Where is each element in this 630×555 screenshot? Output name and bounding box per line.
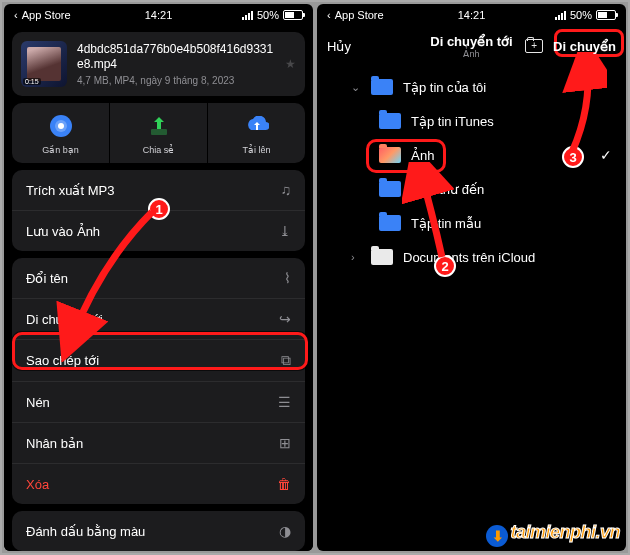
move-to-label: Di chuyển tới — [26, 312, 103, 327]
chevron-left-icon[interactable]: ‹ — [14, 9, 18, 21]
watermark: ⬇taimienphi.vn — [486, 522, 620, 547]
color-tag-icon: ◑ — [279, 523, 291, 539]
svg-rect-3 — [151, 129, 167, 135]
upload-button[interactable]: Tải lên — [208, 103, 305, 163]
chevron-right-icon[interactable]: › — [351, 251, 361, 263]
status-time-r: 14:21 — [423, 9, 519, 21]
highlight-move-to — [12, 332, 308, 370]
callout-3: 3 — [562, 146, 584, 168]
checkmark-icon: ✓ — [600, 147, 612, 163]
left-phone: ‹ App Store 14:21 50% 4dbdc851da776b0e4b… — [4, 4, 313, 551]
compress-item[interactable]: Nén ☰ — [12, 381, 305, 422]
compress-icon: ☰ — [278, 394, 291, 410]
folder-icon — [379, 113, 401, 129]
back-to-appstore[interactable]: App Store — [335, 9, 384, 21]
duplicate-label: Nhân bản — [26, 436, 83, 451]
watermark-text1: taimienphi — [510, 522, 595, 542]
callout-1: 1 — [148, 198, 170, 220]
tree-itunes[interactable]: Tập tin iTunes — [325, 104, 618, 138]
tree-samples[interactable]: Tập tin mẫu — [325, 206, 618, 240]
right-phone: ‹ App Store 14:21 50% Hủy Di chuyển tới … — [317, 4, 626, 551]
tree-label: Tập tin của tôi — [403, 80, 486, 95]
nearby-label: Gần bạn — [42, 145, 79, 155]
tree-my-files[interactable]: ⌄ Tập tin của tôi — [325, 70, 618, 104]
move-button[interactable]: Di chuyển — [553, 39, 616, 54]
duplicate-item[interactable]: Nhân bản ⊞ — [12, 422, 305, 463]
battery-pct: 50% — [257, 9, 279, 21]
upload-icon — [244, 113, 270, 139]
cancel-button[interactable]: Hủy — [327, 39, 351, 54]
signal-icon — [242, 11, 253, 20]
share-row: Gần bạn Chia sẻ Tải lên — [12, 103, 305, 163]
rename-label: Đổi tên — [26, 271, 68, 286]
share-icon — [146, 113, 172, 139]
favorite-star-icon[interactable]: ★ — [285, 57, 296, 71]
extract-mp3-label: Trích xuất MP3 — [26, 183, 114, 198]
tree-label: Tập tin mẫu — [411, 216, 481, 231]
video-thumbnail[interactable] — [21, 41, 67, 87]
tree-icloud[interactable]: › Documents trên iCloud — [325, 240, 618, 274]
tree-inbox[interactable]: Hộp thư đến — [325, 172, 618, 206]
tree-label: Documents trên iCloud — [403, 250, 535, 265]
music-note-icon: ♫ — [281, 182, 292, 198]
highlight-photos-folder — [366, 139, 446, 173]
file-name: 4dbdc851da776b0e4b508f416d9331e8.mp4 — [77, 42, 275, 72]
back-to-appstore[interactable]: App Store — [22, 9, 71, 21]
chevron-down-icon[interactable]: ⌄ — [351, 81, 361, 94]
rename-item[interactable]: Đổi tên ⌇ — [12, 258, 305, 298]
upload-label: Tải lên — [242, 145, 270, 155]
watermark-logo-icon: ⬇ — [486, 525, 508, 547]
drive-icon — [371, 249, 393, 265]
save-image-icon: ⤓ — [279, 223, 291, 239]
delete-item[interactable]: Xóa 🗑 — [12, 463, 305, 504]
tree-label: Tập tin iTunes — [411, 114, 494, 129]
folder-icon — [379, 181, 401, 197]
rename-icon: ⌇ — [284, 270, 291, 286]
tree-label: Hộp thư đến — [411, 182, 484, 197]
trash-icon: 🗑 — [277, 476, 291, 492]
compress-label: Nén — [26, 395, 50, 410]
callout-2: 2 — [434, 255, 456, 277]
menu-group-2: Đổi tên ⌇ Di chuyển tới ↪ Sao chép tới ⧉… — [12, 258, 305, 504]
color-tag-label: Đánh dấu bằng màu — [26, 524, 145, 539]
nearby-icon — [48, 113, 74, 139]
delete-label: Xóa — [26, 477, 49, 492]
folder-icon — [371, 79, 393, 95]
file-meta: 4,7 MB, MP4, ngày 9 tháng 8, 2023 — [77, 75, 275, 86]
duplicate-icon: ⊞ — [279, 435, 291, 451]
chevron-left-icon[interactable]: ‹ — [327, 9, 331, 21]
battery-icon — [596, 10, 616, 20]
watermark-text2: .vn — [595, 522, 620, 542]
color-tag-item[interactable]: Đánh dấu bằng màu ◑ — [12, 511, 305, 551]
nearby-button[interactable]: Gần bạn — [12, 103, 110, 163]
move-to-icon: ↪ — [279, 311, 291, 327]
status-bar: ‹ App Store 14:21 50% — [4, 4, 313, 26]
battery-icon — [283, 10, 303, 20]
share-button[interactable]: Chia sẻ — [110, 103, 208, 163]
folder-icon — [379, 215, 401, 231]
file-card: 4dbdc851da776b0e4b508f416d9331e8.mp4 4,7… — [12, 32, 305, 96]
folder-tree: ⌄ Tập tin của tôi Tập tin iTunes Ảnh ✓ H… — [317, 66, 626, 278]
status-time: 14:21 — [110, 9, 206, 21]
svg-point-2 — [58, 123, 64, 129]
save-to-photos-label: Lưu vào Ảnh — [26, 224, 100, 239]
new-folder-icon[interactable] — [525, 39, 543, 53]
battery-pct-r: 50% — [570, 9, 592, 21]
status-bar-r: ‹ App Store 14:21 50% — [317, 4, 626, 26]
menu-group-3: Đánh dấu bằng màu ◑ — [12, 511, 305, 551]
share-label: Chia sẻ — [143, 145, 175, 155]
signal-icon — [555, 11, 566, 20]
